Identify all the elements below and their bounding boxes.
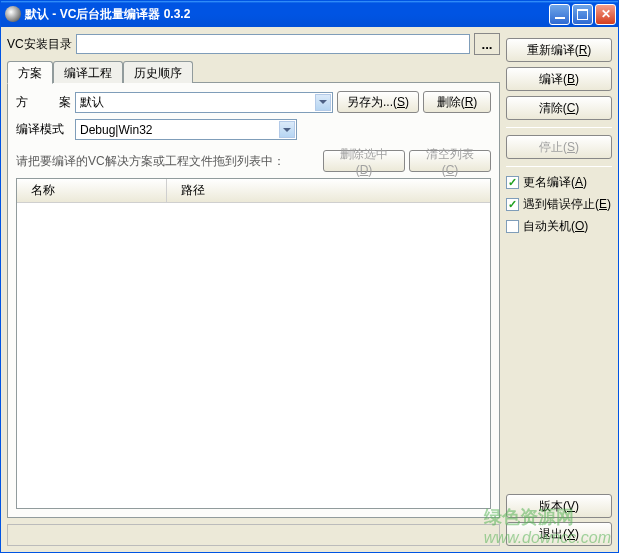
tab-scheme[interactable]: 方案 (7, 61, 53, 84)
save-as-button[interactable]: 另存为...(S) (337, 91, 419, 113)
chevron-down-icon (279, 121, 295, 138)
titlebar[interactable]: 默认 - VC后台批量编译器 0.3.2 ✕ (1, 1, 618, 27)
rename-compile-checkbox[interactable] (506, 176, 519, 189)
main-area: VC安装目录 ... 方案 编译工程 历史顺序 方 案 (7, 33, 612, 518)
tab-history[interactable]: 历史顺序 (123, 61, 193, 83)
listview-body[interactable] (17, 203, 490, 508)
app-icon (5, 6, 21, 22)
drag-hint: 请把要编译的VC解决方案或工程文件拖到列表中： (16, 153, 319, 170)
stop-on-error-row: 遇到错误停止(E) (506, 196, 612, 213)
rename-compile-label: 更名编译(A) (523, 174, 587, 191)
client-area: VC安装目录 ... 方案 编译工程 历史顺序 方 案 (1, 27, 618, 552)
minimize-button[interactable] (549, 4, 570, 25)
version-button[interactable]: 版本(V) (506, 494, 612, 518)
right-pane: 重新编译(R) 编译(B) 清除(C) 停止(S) 更名编译(A) 遇到错误停止… (506, 33, 612, 518)
main-window: 默认 - VC后台批量编译器 0.3.2 ✕ VC安装目录 ... 方案 编译工… (0, 0, 619, 553)
maximize-button[interactable] (572, 4, 593, 25)
col-path[interactable]: 路径 (167, 179, 490, 202)
compile-mode-value: Debug|Win32 (80, 123, 153, 137)
col-name[interactable]: 名称 (17, 179, 167, 202)
divider (506, 127, 612, 128)
hint-row: 请把要编译的VC解决方案或工程文件拖到列表中： 删除选中(D) 清空列表(C) (16, 150, 491, 172)
bottom-row: 退出(X) (7, 522, 612, 546)
tab-compile-project[interactable]: 编译工程 (53, 61, 123, 83)
tab-content: 方 案 默认 另存为...(S) 删除(R) 编译模式 Debu (7, 82, 500, 518)
install-dir-label: VC安装目录 (7, 36, 72, 53)
remove-selected-button[interactable]: 删除选中(D) (323, 150, 405, 172)
rename-compile-row: 更名编译(A) (506, 174, 612, 191)
delete-scheme-button[interactable]: 删除(R) (423, 91, 491, 113)
recompile-button[interactable]: 重新编译(R) (506, 38, 612, 62)
close-button[interactable]: ✕ (595, 4, 616, 25)
window-title: 默认 - VC后台批量编译器 0.3.2 (25, 6, 547, 23)
clear-button[interactable]: 清除(C) (506, 96, 612, 120)
install-dir-row: VC安装目录 ... (7, 33, 500, 55)
compile-button[interactable]: 编译(B) (506, 67, 612, 91)
stop-on-error-label: 遇到错误停止(E) (523, 196, 611, 213)
auto-shutdown-checkbox[interactable] (506, 220, 519, 233)
auto-shutdown-row: 自动关机(O) (506, 218, 612, 235)
status-bar (7, 524, 500, 546)
install-dir-input[interactable] (76, 34, 470, 54)
auto-shutdown-label: 自动关机(O) (523, 218, 588, 235)
scheme-combo-value: 默认 (80, 94, 104, 111)
clear-list-button[interactable]: 清空列表(C) (409, 150, 491, 172)
listview-header: 名称 路径 (17, 179, 490, 203)
scheme-label: 方 案 (16, 94, 71, 111)
browse-button[interactable]: ... (474, 33, 500, 55)
compile-mode-row: 编译模式 Debug|Win32 (16, 119, 491, 140)
compile-mode-label: 编译模式 (16, 121, 71, 138)
scheme-row: 方 案 默认 另存为...(S) 删除(R) (16, 91, 491, 113)
divider (506, 166, 612, 167)
file-listview[interactable]: 名称 路径 (16, 178, 491, 509)
compile-mode-combo[interactable]: Debug|Win32 (75, 119, 297, 140)
exit-button[interactable]: 退出(X) (506, 522, 612, 546)
stop-button[interactable]: 停止(S) (506, 135, 612, 159)
stop-on-error-checkbox[interactable] (506, 198, 519, 211)
chevron-down-icon (315, 94, 331, 111)
scheme-combo[interactable]: 默认 (75, 92, 333, 113)
tab-bar: 方案 编译工程 历史顺序 (7, 61, 500, 83)
left-pane: VC安装目录 ... 方案 编译工程 历史顺序 方 案 (7, 33, 500, 518)
